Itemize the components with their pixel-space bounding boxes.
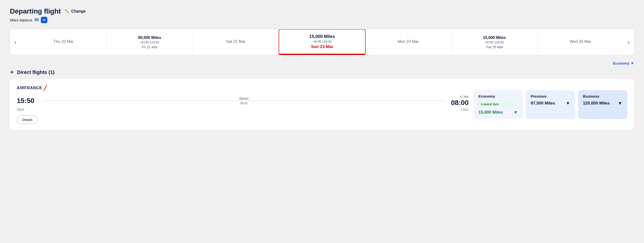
plane-icon: ✈ [10,69,14,75]
slot-mon24-primary: Mon 24 Mar [398,40,418,44]
economy-filter-label: Economy [613,61,630,65]
depart-time: 15:50 [17,97,39,105]
pencil-icon: ✏️ [65,9,70,14]
airline-logo: AIRFRANCE ╱ [17,85,468,91]
change-label: Change [71,9,86,14]
flight-line-area: Direct 9h10 [39,96,449,105]
depart-airport: DEN [17,108,39,112]
fare-options: Economy Lowest fare 15,000 Miles ▼ Premi… [474,90,627,119]
arrive-time: 08:00 [449,99,468,107]
fare-premium-label: Premium [531,94,570,98]
prev-arrow-button[interactable]: ‹ [10,29,21,55]
date-selector-container: ‹ Thu 20 Mar 60,000 Miles +EUR 119.82 Fr… [10,29,634,55]
miles-balance-row: Miles balance 89 M [10,17,634,23]
date-slot-sat22[interactable]: Sat 22 Mar [193,29,279,55]
slot-fri21-eur: +EUR 119.82 [140,40,159,44]
line-right [245,100,445,101]
business-miles: 120,000 Miles [583,101,610,106]
lowest-fare-badge: Lowest fare [478,101,518,108]
change-button[interactable]: ✏️ Change [65,9,86,14]
slot-sun23-primary: Sun 23 Mar [311,44,333,49]
slot-sun23-eur: +EUR 119.82 [312,40,332,44]
date-slot-wed26[interactable]: Wed 26 Mar [538,29,624,55]
miles-icon: M [41,17,47,23]
date-slot-fri21[interactable]: 60,000 Miles +EUR 119.82 Fri 21 Mar [107,29,193,55]
premium-miles: 97,500 Miles [531,101,555,106]
fare-card-premium[interactable]: Premium 97,500 Miles ▼ [526,90,575,119]
flight-card: AIRFRANCE ╱ 15:50 Direct 9h10 +1 day 08:… [10,79,634,130]
fare-card-economy[interactable]: Economy Lowest fare 15,000 Miles ▼ [474,90,523,119]
flight-line [43,100,445,101]
fare-business-label: Business [583,94,622,98]
lowest-fare-text: Lowest fare [481,102,499,106]
economy-filter-button[interactable]: Economy ▼ [613,61,634,65]
date-slot-sun23[interactable]: 15,000 Miles +EUR 119.82 Sun 23 Mar [279,29,366,55]
slot-sun23-miles: 15,000 Miles [309,34,335,39]
slot-fri21-miles: 60,000 Miles [138,36,161,40]
date-slot-thu20[interactable]: Thu 20 Mar [21,29,107,55]
miles-balance-label: Miles balance [10,18,32,22]
line-left [43,100,243,101]
business-miles-row: 120,000 Miles ▼ [583,101,622,106]
section-header: ✈ Direct flights (1) [10,69,634,75]
slot-tue25-eur: +EUR 119.82 [484,40,504,44]
date-selector: ‹ Thu 20 Mar 60,000 Miles +EUR 119.82 Fr… [10,29,634,55]
slot-thu20-primary: Thu 20 Mar [54,40,74,44]
premium-chevron-icon: ▼ [566,101,570,106]
fare-card-business[interactable]: Business 120,000 Miles ▼ [578,90,627,119]
page-header: Departing flight ✏️ Change Miles balance… [10,8,634,23]
plus-day: +1 day [460,95,468,98]
date-slots: Thu 20 Mar 60,000 Miles +EUR 119.82 Fri … [21,29,624,55]
arrive-airport: CDG [449,108,468,112]
airline-slash-icon: ╱ [44,85,46,91]
fare-economy-label: Economy [478,94,518,98]
slot-sat22-primary: Sat 22 Mar [226,40,246,44]
slot-fri21-secondary: Fri 21 Mar [142,45,158,49]
flight-info-left: AIRFRANCE ╱ 15:50 Direct 9h10 +1 day 08:… [17,85,468,124]
economy-filter-chevron: ▼ [630,61,634,65]
economy-chevron-icon: ▼ [514,110,518,115]
page-title: Departing flight [10,8,61,15]
title-row: Departing flight ✏️ Change [10,8,634,15]
airport-codes: DEN CDG [17,108,468,112]
premium-miles-row: 97,500 Miles ▼ [531,101,570,106]
airline-name: AIRFRANCE [17,86,42,90]
flight-times: 15:50 Direct 9h10 +1 day 08:00 [17,95,468,107]
slot-tue25-secondary: Tue 25 Mar [486,45,503,49]
next-arrow-button[interactable]: › [623,29,634,55]
section-title: Direct flights (1) [17,70,54,75]
date-slot-tue25[interactable]: 15,000 Miles +EUR 119.82 Tue 25 Mar [451,29,538,55]
slot-tue25-miles: 15,000 Miles [483,36,506,40]
economy-miles-row: 15,000 Miles ▼ [478,110,518,115]
details-button[interactable]: Details [17,116,38,124]
duration-label: 9h10 [240,101,248,105]
direct-label: Direct [240,96,248,100]
economy-miles: 15,000 Miles [478,110,503,115]
date-slot-mon24[interactable]: Mon 24 Mar [365,29,452,55]
business-chevron-icon: ▼ [618,101,622,106]
slot-wed26-primary: Wed 26 Mar [570,40,591,44]
miles-balance-value: 89 [34,18,39,22]
filter-row: Economy ▼ [10,61,634,65]
